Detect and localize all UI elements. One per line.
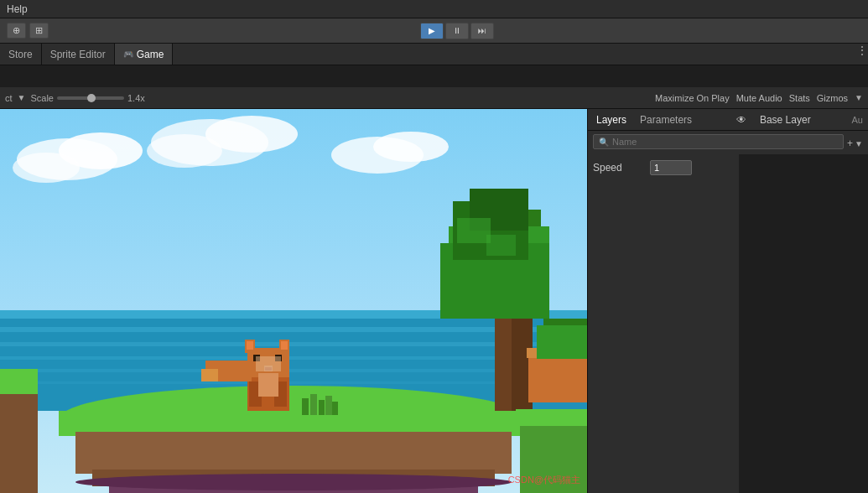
scale-thumb [87, 94, 96, 102]
tab-bar: Store Sprite Editor 🎮 Game ⋮ [0, 44, 868, 65]
scale-slider[interactable] [57, 96, 124, 100]
gizmos-label[interactable]: Gizmos [817, 93, 848, 103]
layers-tab[interactable]: Layers [593, 112, 630, 127]
mute-label[interactable]: Mute Audio [736, 93, 782, 103]
scale-label: Scale [30, 93, 54, 103]
search-input[interactable] [612, 137, 838, 147]
svg-rect-41 [201, 369, 218, 381]
game-scene-svg [0, 109, 587, 493]
watermark: CSDN@代码猫主 [508, 474, 580, 486]
tab-store[interactable]: Store [0, 44, 42, 65]
svg-point-8 [373, 132, 449, 162]
svg-rect-34 [281, 341, 288, 350]
gizmos-dropdown-icon[interactable]: ▼ [855, 93, 863, 102]
svg-rect-26 [319, 400, 325, 415]
svg-rect-52 [457, 218, 491, 243]
game-toolbar: ct ▼ Scale 1.4x Maximize On Play Mute Au… [0, 87, 868, 109]
local-btn[interactable]: ⊕ [7, 23, 26, 39]
svg-rect-39 [256, 356, 281, 371]
svg-rect-59 [516, 409, 587, 426]
speed-input[interactable] [650, 160, 692, 175]
parameters-tab[interactable]: Parameters [637, 112, 695, 127]
maximize-label[interactable]: Maximize On Play [655, 93, 730, 103]
name-search[interactable]: 🔍 [593, 134, 844, 149]
svg-rect-53 [486, 235, 516, 256]
scale-control: Scale 1.4x [30, 93, 144, 103]
base-layer-label: Base Layer [760, 114, 811, 126]
animator-panel: ▶ Animator Layers Parameters 👁 Base Laye… [587, 87, 868, 493]
tab-sprite-editor[interactable]: Sprite Editor [42, 44, 115, 65]
game-view: CSDN@代码猫主 [0, 109, 587, 493]
play-controls: ▶ ⏸ ⏭ [420, 23, 494, 39]
display-label: ct [5, 93, 13, 103]
search-icon: 🔍 [599, 138, 609, 147]
menu-bar: Help [0, 0, 868, 18]
step-button[interactable]: ⏭ [470, 23, 494, 39]
svg-point-3 [13, 153, 80, 183]
tab-game[interactable]: 🎮 Game [115, 44, 174, 65]
svg-rect-24 [302, 398, 309, 415]
pause-button[interactable]: ⏸ [445, 23, 469, 39]
main-toolbar: ⊕ ⊞ ▶ ⏸ ⏭ [0, 18, 868, 44]
game-toolbar-right: Maximize On Play Mute Audio Stats Gizmos… [655, 93, 863, 103]
svg-rect-18 [75, 432, 512, 474]
svg-point-21 [75, 474, 512, 490]
stats-label[interactable]: Stats [789, 93, 810, 103]
svg-rect-28 [332, 402, 338, 415]
svg-rect-23 [0, 394, 38, 493]
dropdown-icon[interactable]: ▼ [18, 93, 26, 102]
dropdown-arrow: ▼ [855, 139, 863, 148]
tab-overflow-btn[interactable]: ⋮ [856, 44, 868, 65]
game-toolbar-left: ct ▼ Scale 1.4x [5, 93, 145, 103]
svg-rect-54 [528, 352, 587, 402]
eye-icon[interactable]: 👁 [736, 114, 746, 126]
game-icon: 🎮 [123, 49, 133, 59]
menu-help[interactable]: Help [7, 3, 28, 15]
play-button[interactable]: ▶ [420, 23, 444, 39]
grid-btn[interactable]: ⊞ [29, 23, 49, 39]
scale-value: 1.4x [127, 93, 145, 103]
auto-label: Au [852, 115, 863, 125]
tab-store-label: Store [8, 49, 33, 60]
animator-sub-bar: Layers Parameters 👁 Base Layer Au [588, 109, 868, 131]
base-layer-area [739, 154, 868, 493]
svg-rect-57 [537, 325, 587, 359]
svg-rect-27 [325, 396, 332, 415]
svg-point-6 [147, 134, 222, 168]
add-param-btn[interactable]: + ▼ [847, 138, 863, 149]
svg-rect-44 [258, 373, 278, 397]
svg-rect-25 [310, 394, 317, 415]
svg-rect-33 [247, 341, 253, 350]
tab-game-label: Game [137, 49, 164, 60]
add-icon: + [847, 138, 853, 149]
tab-sprite-editor-label: Sprite Editor [50, 49, 106, 60]
speed-label: Speed [593, 162, 643, 174]
tool-section: ⊕ ⊞ [7, 23, 49, 39]
